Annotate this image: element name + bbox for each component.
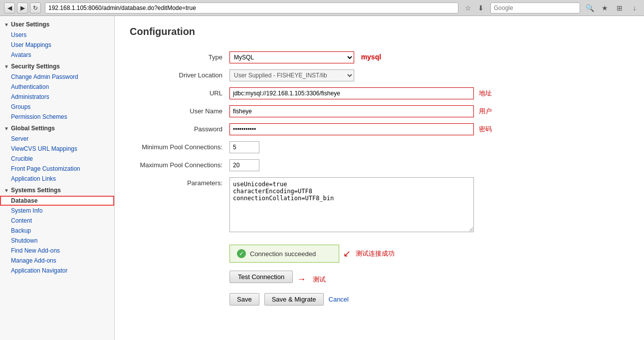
action-buttons: Save Save & Migrate Cancel — [229, 293, 629, 306]
browser-icons: ☆ ⬇ — [462, 2, 486, 13]
sidebar-item-front-page[interactable]: Front Page Customization — [0, 164, 114, 174]
type-select[interactable]: MySQL PostgreSQL Oracle HSQL — [229, 51, 354, 63]
bookmarks-icon[interactable]: ☆ — [462, 2, 473, 13]
type-control: MySQL PostgreSQL Oracle HSQL mysql — [229, 51, 629, 63]
star-icon[interactable]: ★ — [599, 2, 610, 13]
url-bar[interactable] — [45, 2, 458, 13]
sidebar-section-security-settings[interactable]: ▼ Security Settings — [0, 61, 114, 72]
sidebar-item-find-addons[interactable]: Find New Add-ons — [0, 246, 114, 256]
sidebar-item-server[interactable]: Server — [0, 134, 114, 144]
username-hint: 用户 — [479, 107, 492, 116]
sidebar-section-global-label: Global Settings — [11, 125, 55, 132]
sidebar-item-app-navigator[interactable]: Application Navigator — [0, 266, 114, 276]
back-button[interactable]: ◀ — [4, 2, 15, 13]
type-hint: mysql — [361, 53, 381, 61]
search-bar[interactable] — [490, 2, 580, 13]
form-row-min-pool: Minimum Pool Connections: — [130, 141, 629, 153]
sidebar-section-global-settings[interactable]: ▼ Global Settings — [0, 123, 114, 134]
username-label: User Name — [130, 105, 229, 115]
sidebar-item-permission-schemes[interactable]: Permission Schemes — [0, 112, 114, 122]
sidebar-item-viewcvs[interactable]: ViewCVS URL Mappings — [0, 144, 114, 154]
home-icon[interactable]: ⬇ — [475, 2, 486, 13]
form-row-max-pool: Maximum Pool Connections: — [130, 159, 629, 171]
form-row-type: Type MySQL PostgreSQL Oracle HSQL mysql — [130, 51, 629, 63]
sidebar-item-administrators[interactable]: Administrators — [0, 92, 114, 102]
toggle-global-icon: ▼ — [4, 126, 9, 131]
toggle-user-settings-icon: ▼ — [4, 22, 9, 27]
sidebar-group-systems-settings: ▼ Systems Settings Database System Info … — [0, 185, 114, 276]
max-pool-label: Maximum Pool Connections: — [130, 159, 229, 169]
sidebar-section-user-settings[interactable]: ▼ User Settings — [0, 19, 114, 30]
app-container: ▼ User Settings Users User Mappings Avat… — [0, 16, 644, 340]
connection-succeeded-text: Connection succeeded — [250, 250, 316, 258]
sidebar-section-systems-settings[interactable]: ▼ Systems Settings — [0, 185, 114, 196]
sidebar-item-user-mappings[interactable]: User Mappings — [0, 40, 114, 50]
username-control: 用户 — [229, 105, 629, 117]
browser-chrome: ◀ ▶ ↻ ☆ ⬇ 🔍 ★ ⊞ ↓ — [0, 0, 644, 16]
password-label: Password — [130, 123, 229, 133]
test-arrow-icon: → — [297, 274, 306, 285]
save-migrate-button[interactable]: Save & Migrate — [264, 293, 324, 306]
forward-button[interactable]: ▶ — [17, 2, 28, 13]
sidebar-item-system-info[interactable]: System Info — [0, 206, 114, 216]
connection-banner-area: ✓ Connection succeeded ↙ 测试连接成功 Test Con… — [229, 240, 629, 306]
max-pool-control — [229, 159, 629, 171]
success-icon: ✓ — [237, 249, 246, 258]
type-label: Type — [130, 51, 229, 61]
sidebar-group-security-settings: ▼ Security Settings Change Admin Passwor… — [0, 61, 114, 122]
main-content: Configuration Type MySQL PostgreSQL Orac… — [115, 16, 644, 340]
sidebar-group-global-settings: ▼ Global Settings Server ViewCVS URL Map… — [0, 123, 114, 184]
refresh-button[interactable]: ↻ — [30, 2, 41, 13]
url-input[interactable] — [229, 87, 474, 99]
sidebar-item-backup[interactable]: Backup — [0, 226, 114, 236]
sidebar-item-database[interactable]: Database — [0, 196, 114, 206]
nav-buttons: ◀ ▶ ↻ — [4, 2, 41, 13]
min-pool-control — [229, 141, 629, 153]
test-connection-button[interactable]: Test Connection — [229, 271, 293, 283]
driver-location-select[interactable]: User Supplied - FISHEYE_INST/lib — [229, 69, 354, 81]
sidebar-group-user-settings: ▼ User Settings Users User Mappings Avat… — [0, 19, 114, 60]
form-row-username: User Name 用户 — [130, 105, 629, 117]
connection-banner: ✓ Connection succeeded — [229, 245, 339, 263]
test-connection-row: Test Connection → 测试 — [229, 271, 629, 288]
sidebar-item-manage-addons[interactable]: Manage Add-ons — [0, 256, 114, 266]
username-input[interactable] — [229, 105, 474, 117]
min-pool-label: Minimum Pool Connections: — [130, 141, 229, 151]
url-hint: 地址 — [479, 89, 492, 98]
parameters-textarea[interactable]: useUnicode=true characterEncoding=UTF8 c… — [229, 177, 474, 232]
sidebar-item-change-admin-password[interactable]: Change Admin Password — [0, 72, 114, 82]
max-pool-input[interactable] — [229, 159, 259, 171]
page-title: Configuration — [130, 26, 629, 41]
download-icon[interactable]: ↓ — [629, 2, 640, 13]
sidebar-section-security-label: Security Settings — [11, 63, 60, 70]
form-row-driver-location: Driver Location User Supplied - FISHEYE_… — [130, 69, 629, 81]
sidebar-item-authentication[interactable]: Authentication — [0, 82, 114, 92]
test-annotation: 测试 — [313, 275, 326, 284]
url-control: 地址 — [229, 87, 629, 99]
sidebar-item-crucible[interactable]: Crucible — [0, 154, 114, 164]
parameters-control: useUnicode=true characterEncoding=UTF8 c… — [229, 177, 629, 234]
driver-location-label: Driver Location — [130, 69, 229, 79]
password-hint: 密码 — [479, 125, 492, 134]
form-row-url: URL 地址 — [130, 87, 629, 99]
menu-icon[interactable]: ⊞ — [614, 2, 625, 13]
search-icon[interactable]: 🔍 — [584, 2, 595, 13]
url-label: URL — [130, 87, 229, 97]
driver-location-control: User Supplied - FISHEYE_INST/lib — [229, 69, 629, 81]
form-row-password: Password 密码 — [130, 123, 629, 135]
sidebar-item-shutdown[interactable]: Shutdown — [0, 236, 114, 246]
sidebar-item-application-links[interactable]: Application Links — [0, 174, 114, 184]
save-button[interactable]: Save — [229, 293, 259, 306]
sidebar-item-content[interactable]: Content — [0, 216, 114, 226]
sidebar-item-users[interactable]: Users — [0, 30, 114, 40]
banner-arrow-icon: ↙ — [343, 248, 351, 259]
cancel-button[interactable]: Cancel — [329, 296, 349, 303]
sidebar-section-user-settings-label: User Settings — [11, 21, 49, 28]
sidebar-item-groups[interactable]: Groups — [0, 102, 114, 112]
parameters-label: Parameters: — [130, 177, 229, 187]
password-input[interactable] — [229, 123, 474, 135]
sidebar-item-avatars[interactable]: Avatars — [0, 50, 114, 60]
connection-annotation: 测试连接成功 — [356, 249, 395, 258]
min-pool-input[interactable] — [229, 141, 259, 153]
password-control: 密码 — [229, 123, 629, 135]
